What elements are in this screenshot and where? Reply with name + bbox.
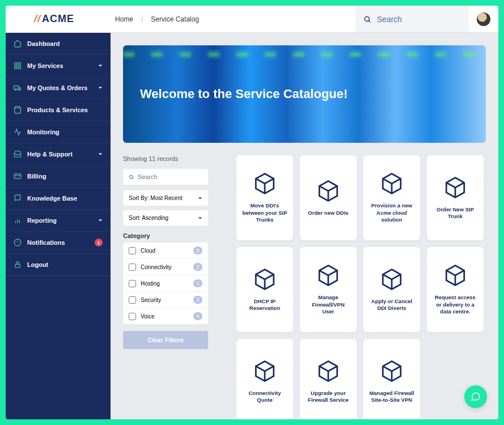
brand-text: ACME [42,13,74,25]
hero-banner: Welcome to the Service Catalogue! [123,45,486,143]
chat-icon [471,392,481,402]
sidebar-item-help-support[interactable]: Help & Support [6,143,111,165]
svg-point-0 [365,16,369,21]
cube-icon [443,176,467,199]
book-icon [14,194,22,202]
category-heading: Category [123,232,208,239]
sort-dir-select[interactable]: Sort: Ascending [123,210,208,226]
category-count-badge: 3 [193,296,202,304]
catalog-card[interactable]: Order new DDIs [300,155,357,240]
cube-icon [380,359,404,383]
category-checkbox[interactable] [129,280,136,287]
services-icon [14,62,22,70]
sidebar-item-label: Dashboard [27,40,60,47]
category-item-connectivity[interactable]: Connectivity2 [123,259,208,275]
category-checkbox[interactable] [129,313,136,320]
svg-rect-10 [14,174,21,178]
sort-by-label: Sort By: Most Recent [129,195,182,201]
sort-dir-label: Sort: Ascending [129,215,168,221]
card-title: Apply or Cancel DDI Diverts [369,298,414,312]
sidebar-item-label: Billing [27,173,46,180]
inbox-icon [14,150,22,158]
chevron-down-icon [98,152,103,156]
category-checkbox[interactable] [129,296,136,304]
card-title: Connectivity Quote [242,390,287,404]
logo-slash-icon: // [34,13,41,25]
category-count-badge: 3 [193,246,202,254]
cube-icon [380,172,404,196]
catalog-card[interactable]: Upgrade your Firewall Service [300,339,357,419]
svg-point-19 [130,175,133,178]
catalog-card[interactable]: Move DDI's between your SIP Trunks [236,155,293,240]
sidebar-item-knowledge-base[interactable]: Knowledge Base [6,188,111,210]
lock-icon [14,261,22,269]
global-search-input[interactable] [377,15,461,24]
filter-search[interactable] [123,169,208,185]
logo[interactable]: // ACME [6,13,111,25]
chat-fab[interactable] [464,385,487,408]
sidebar-item-label: Logout [27,261,48,268]
chevron-down-icon [98,86,103,90]
filter-search-input[interactable] [138,173,202,180]
category-label: Connectivity [141,264,171,270]
sidebar-item-dashboard[interactable]: Dashboard [6,33,111,55]
catalog-card[interactable]: Provision a new Acme cloud solution [363,155,420,240]
sidebar-item-label: Help & Support [27,151,73,158]
sidebar-item-my-services[interactable]: My Services [6,55,111,77]
caret-down-icon [198,196,202,201]
main-area: DashboardMy ServicesMy Quotes & OrdersPr… [6,33,498,419]
sidebar-item-reporting[interactable]: Reporting [6,210,111,232]
sidebar-item-my-quotes-orders[interactable]: My Quotes & Orders [6,77,111,99]
catalog-card[interactable]: Connectivity Quote [236,339,293,419]
chevron-down-icon [98,63,103,68]
truck-icon [14,84,22,92]
catalog-card[interactable]: DHCP IP Reservation [236,247,293,332]
category-item-hosting[interactable]: Hosting1 [123,275,208,292]
chevron-down-icon [98,218,103,223]
card-title: Manage Firewall/VPN User [306,294,351,315]
svg-point-8 [19,89,20,90]
cube-icon [316,264,340,287]
records-count: Showing 11 records [123,155,208,162]
svg-line-1 [369,20,370,22]
topbar: // ACME Home / Service Catalog [6,6,498,33]
sidebar-item-products-services[interactable]: Products & Services [6,99,111,121]
caret-down-icon [198,216,202,220]
category-checkbox[interactable] [129,247,136,254]
cube-icon [253,172,277,196]
catalog-card[interactable]: Managed Firewall Site-to-Site VPN [363,339,420,419]
category-label: Security [141,297,161,303]
category-item-security[interactable]: Security3 [123,292,208,308]
search-icon [129,174,134,180]
cube-icon [443,264,467,287]
sidebar: DashboardMy ServicesMy Quotes & OrdersPr… [6,33,111,419]
bag-icon [14,106,22,114]
sidebar-item-logout[interactable]: Logout [6,254,111,276]
catalog-card[interactable]: Manage Firewall/VPN User [300,247,357,332]
breadcrumb-home[interactable]: Home [115,15,133,23]
catalog-card[interactable]: Order New SIP Trunk [427,155,484,240]
sidebar-item-billing[interactable]: Billing [6,165,111,188]
avatar[interactable] [477,12,490,26]
sidebar-item-notifications[interactable]: Notifications1 [6,232,111,254]
sidebar-item-label: My Quotes & Orders [27,84,87,91]
category-item-cloud[interactable]: Cloud3 [123,243,208,259]
catalog-card[interactable]: Request access or delivery to a data cen… [427,247,484,332]
cube-icon [316,359,340,383]
clear-filters-button[interactable]: Clear Filters [123,331,208,349]
breadcrumb-page[interactable]: Service Catalog [151,15,199,23]
category-checkbox[interactable] [129,264,136,271]
svg-rect-5 [18,66,20,69]
catalog-card[interactable]: Apply or Cancel DDI Diverts [363,247,420,332]
global-search[interactable] [355,6,469,32]
sort-by-select[interactable]: Sort By: Most Recent [123,190,208,206]
category-count-badge: 4 [193,312,202,320]
alert-icon [14,239,22,246]
home-icon [14,40,22,48]
sidebar-item-label: Knowledge Base [27,195,77,202]
category-item-voice[interactable]: Voice4 [123,308,208,324]
activity-icon [14,128,22,136]
sidebar-item-monitoring[interactable]: Monitoring [6,121,111,143]
hero-title: Welcome to the Service Catalogue! [140,87,348,101]
svg-point-7 [15,89,16,90]
